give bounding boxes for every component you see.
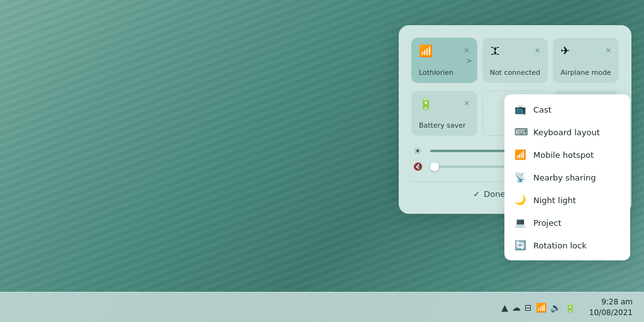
wifi-icon: 📶 — [419, 44, 433, 57]
airplane-tile[interactable]: ✈ ✕ Airplane mode — [553, 38, 619, 83]
tray-cloud-icon[interactable]: ☁ — [512, 303, 521, 313]
bluetooth-label: Not connected — [490, 69, 540, 77]
rotation-lock-icon: 🔄 — [514, 240, 526, 251]
menu-item-cast[interactable]: 📺 Cast — [504, 98, 630, 121]
cast-label: Cast — [533, 105, 552, 114]
bluetooth-pin-icon[interactable]: ✕ — [535, 47, 540, 55]
keyboard-layout-icon: ⌨ — [514, 126, 526, 138]
battery-saver-icon: 🔋 — [419, 97, 433, 110]
nearby-sharing-icon: 📡 — [514, 172, 526, 183]
project-icon: 💻 — [514, 217, 526, 228]
system-tray: ▲ ☁ ⊟ 📶 🔊 🔋 — [496, 300, 580, 315]
menu-item-rotation-lock[interactable]: 🔄 Rotation lock — [504, 234, 630, 257]
night-light-label: Night light — [533, 196, 576, 205]
brightness-icon: ☀ — [411, 146, 424, 156]
taskbar-right: ▲ ☁ ⊟ 📶 🔊 🔋 9:28 am 10/08/2021 — [496, 296, 636, 319]
airplane-label: Airplane mode — [560, 69, 611, 77]
battery-saver-label: Battery saver — [419, 121, 465, 130]
tray-display-icon[interactable]: ⊟ — [525, 303, 532, 313]
wifi-pin-icon[interactable]: ✕ — [464, 47, 469, 55]
volume-icon: 🔇 — [411, 162, 424, 171]
nearby-sharing-label: Nearby sharing — [533, 173, 596, 182]
tray-wifi-icon[interactable]: 📶 — [536, 303, 547, 313]
tray-battery-icon[interactable]: 🔋 — [565, 303, 575, 313]
night-light-icon: 🌙 — [514, 194, 526, 206]
battery-saver-tile[interactable]: 🔋 ✕ Battery saver — [411, 91, 477, 136]
project-label: Project — [533, 218, 561, 228]
menu-item-mobile-hotspot[interactable]: 📶 Mobile hotspot — [504, 143, 630, 166]
done-label: Done — [484, 189, 505, 199]
quick-settings-dropdown: 📺 Cast ⌨ Keyboard layout 📶 Mobile hotspo… — [504, 94, 630, 260]
airplane-pin-icon[interactable]: ✕ — [606, 47, 611, 55]
tray-volume-icon[interactable]: 🔊 — [550, 303, 561, 313]
wifi-tile-header: 📶 ✕ — [419, 44, 470, 57]
bluetooth-tile-header: ⯰ ✕ — [490, 44, 541, 57]
clock[interactable]: 9:28 am 10/08/2021 — [586, 296, 636, 319]
keyboard-layout-label: Keyboard layout — [533, 128, 600, 137]
mobile-hotspot-label: Mobile hotspot — [533, 150, 594, 160]
cast-icon: 📺 — [514, 104, 526, 115]
battery-saver-header: 🔋 ✕ — [419, 97, 470, 110]
taskbar: ▲ ☁ ⊟ 📶 🔊 🔋 9:28 am 10/08/2021 — [0, 292, 644, 322]
menu-item-project[interactable]: 💻 Project — [504, 211, 630, 234]
wifi-tile[interactable]: 📶 ✕ Lothlorien > — [411, 38, 477, 83]
clock-date: 10/08/2021 — [589, 308, 633, 318]
menu-item-night-light[interactable]: 🌙 Night light — [504, 189, 630, 211]
menu-item-nearby-sharing[interactable]: 📡 Nearby sharing — [504, 166, 630, 189]
airplane-tile-header: ✈ ✕ — [560, 44, 611, 57]
airplane-icon: ✈ — [560, 44, 570, 57]
wifi-chevron: > — [466, 57, 472, 65]
wifi-label: Lothlorien — [419, 69, 453, 77]
mobile-hotspot-icon: 📶 — [514, 149, 526, 160]
tiles-row-1: 📶 ✕ Lothlorien > ⯰ ✕ Not connected ✈ ✕ A… — [411, 38, 619, 83]
tray-chevron-icon[interactable]: ▲ — [501, 303, 508, 313]
bluetooth-icon: ⯰ — [490, 44, 501, 57]
clock-time: 9:28 am — [601, 297, 633, 308]
menu-item-keyboard-layout[interactable]: ⌨ Keyboard layout — [504, 121, 630, 143]
battery-saver-pin-icon[interactable]: ✕ — [464, 99, 469, 108]
volume-thumb[interactable] — [430, 162, 439, 171]
bluetooth-tile[interactable]: ⯰ ✕ Not connected — [482, 38, 548, 83]
rotation-lock-label: Rotation lock — [533, 241, 587, 250]
done-check-icon: ✓ — [473, 189, 480, 199]
